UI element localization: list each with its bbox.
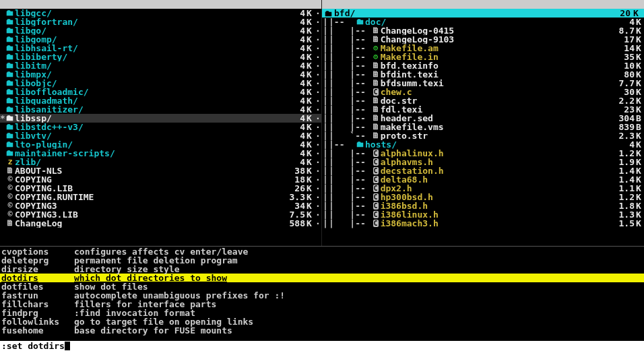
file-name: libhsail-rt/	[15, 44, 270, 53]
file-name: i386linux.h	[381, 210, 600, 219]
right-tree-list[interactable]: ||-- doc/4 K|| |-- ChangeLog-04158.7 K||…	[322, 18, 644, 246]
c-icon	[371, 201, 381, 210]
file-name: delta68.h	[381, 175, 600, 184]
file-name: Makefile.in	[381, 53, 600, 61]
list-item[interactable]: liboffloadmic/4 K·	[0, 88, 321, 96]
file-name: dpx2.h	[381, 184, 600, 193]
list-item[interactable]: maintainer-scripts/4 K·	[0, 149, 321, 158]
file-name: hosts/	[365, 140, 600, 149]
list-item[interactable]: COPYING334 K·	[0, 201, 321, 210]
list-item[interactable]: libgcc/4 K·	[0, 9, 321, 18]
file-name: liboffloadmic/	[15, 88, 270, 96]
tree-pipe: | |--	[329, 219, 371, 228]
list-item[interactable]: libhsail-rt/4 K·	[0, 44, 321, 53]
file-name: lto-plugin/	[15, 140, 270, 149]
file-name: COPYING3	[15, 201, 270, 210]
list-item[interactable]: COPYING.RUNTIME3.3 K·	[0, 193, 321, 201]
left-file-list[interactable]: libgcc/4 K· libgfortran/4 K· libgo/4 K· …	[0, 9, 321, 246]
file-name: proto.str	[381, 131, 600, 140]
file-size: 588	[270, 219, 307, 228]
column-divider: |	[322, 219, 329, 228]
c-icon	[371, 210, 381, 219]
list-item[interactable]: COPYING18 K·	[0, 175, 321, 184]
option-row[interactable]: fusehomebase directory for FUSE mounts	[0, 326, 644, 335]
file-name: bfd.texinfo	[381, 61, 600, 70]
cursor	[65, 342, 70, 350]
file-name: Makefile.am	[381, 44, 600, 53]
file-name: COPYING3.LIB	[15, 210, 270, 219]
list-item[interactable]: lto-plugin/4 K·	[0, 140, 321, 149]
file-name: libiberty/	[15, 53, 270, 61]
left-pane[interactable]: ~/repos/gcc libgcc/4 K· libgfortran/4 K·…	[0, 0, 322, 246]
file-name: libsanitizer/	[15, 105, 270, 114]
list-item[interactable]: libvtv/4 K·	[0, 131, 321, 140]
c-icon	[371, 219, 381, 228]
file-name: libitm/	[15, 61, 270, 70]
folder-icon	[325, 9, 334, 18]
file-name: libquadmath/	[15, 96, 270, 105]
list-item[interactable]: COPYING.LIB26 K·	[0, 184, 321, 193]
c-icon	[371, 166, 381, 175]
file-name: zlib/	[15, 158, 270, 166]
right-pane[interactable]: [tree] @ ~/repos/binutils-gdb bfd/ 20 K …	[322, 0, 644, 246]
file-name: header.sed	[381, 114, 600, 123]
options-popup[interactable]: cvoptionsconfigures affects cv enter/lea…	[0, 246, 644, 341]
file-size-unit: K	[307, 219, 315, 228]
tree-item[interactable]: || |-- i386mach3.h1.5 K	[322, 219, 644, 228]
file-name: alphalinux.h	[381, 149, 600, 158]
file-name: COPYING	[15, 175, 270, 184]
list-item[interactable]: zlib/4 K·	[0, 158, 321, 166]
doc-icon	[371, 79, 381, 88]
list-item[interactable]: ABOUT-NLS38 K·	[0, 166, 321, 175]
option-desc: which dot directories to show	[74, 274, 644, 282]
c-icon	[371, 158, 381, 166]
file-name: alphavms.h	[381, 158, 600, 166]
list-item[interactable]: libgomp/4 K·	[0, 35, 321, 44]
column-divider: ·	[315, 219, 321, 228]
list-item[interactable]: libstdc++-v3/4 K·	[0, 123, 321, 131]
list-item[interactable]: libquadmath/4 K·	[0, 96, 321, 105]
file-name: makefile.vms	[381, 123, 600, 131]
file-name: libmpx/	[15, 70, 270, 79]
file-name: doc.str	[381, 96, 600, 105]
file-name: bfdint.texi	[381, 70, 600, 79]
file-size: 1.5	[600, 219, 636, 228]
file-name: libvtv/	[15, 131, 270, 140]
list-item[interactable]: ChangeLog588 K·	[0, 219, 321, 228]
left-pane-title: ~/repos/gcc	[0, 0, 321, 9]
right-header-size: 20	[620, 9, 633, 18]
file-name: chew.c	[381, 88, 600, 96]
c-icon	[371, 184, 381, 193]
file-name: decstation.h	[381, 166, 600, 175]
file-name: libgo/	[15, 26, 270, 35]
file-name: maintainer-scripts/	[15, 149, 270, 158]
c-icon	[371, 149, 381, 158]
right-header-unit: K	[633, 9, 641, 18]
mark	[0, 219, 5, 228]
right-header-name: bfd/	[334, 9, 620, 18]
list-item[interactable]: libobjc/4 K·	[0, 79, 321, 88]
list-item[interactable]: libitm/4 K·	[0, 61, 321, 70]
command-line[interactable]: :set dotdirs	[0, 341, 644, 351]
list-item[interactable]: libgfortran/4 K·	[0, 18, 321, 26]
file-name: libssp/	[15, 114, 270, 123]
right-header-row[interactable]: bfd/ 20 K	[322, 9, 644, 18]
file-name: libobjc/	[15, 79, 270, 88]
list-item[interactable]: libiberty/4 K·	[0, 53, 321, 61]
file-name: fdl.texi	[381, 105, 600, 114]
list-item[interactable]: *libssp/4 K·	[0, 114, 321, 123]
tree-item[interactable]: || `-- proto.str2.3 K	[322, 131, 644, 140]
file-name: ChangeLog	[15, 219, 270, 228]
file-name: libgfortran/	[15, 18, 270, 26]
file-name: ChangeLog-0415	[381, 26, 600, 35]
file-name: libstdc++-v3/	[15, 123, 270, 131]
file-name: libgcc/	[15, 9, 270, 18]
list-item[interactable]: libmpx/4 K·	[0, 70, 321, 79]
file-name: i386bsd.h	[381, 201, 600, 210]
option-desc: base directory for FUSE mounts	[74, 326, 644, 335]
list-item[interactable]: COPYING3.LIB7.5 K·	[0, 210, 321, 219]
list-item[interactable]: libgo/4 K·	[0, 26, 321, 35]
file-name: doc/	[365, 18, 600, 26]
list-item[interactable]: libsanitizer/4 K·	[0, 105, 321, 114]
file-name: ABOUT-NLS	[15, 166, 270, 175]
